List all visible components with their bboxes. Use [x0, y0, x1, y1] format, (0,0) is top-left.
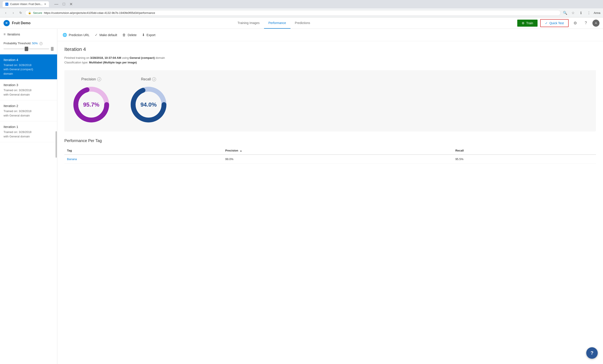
secure-icon: 🔒 — [28, 11, 31, 14]
settings-button[interactable]: ⚙ — [571, 19, 579, 27]
iteration-2-name: Iteration 2 — [3, 104, 54, 108]
make-default-button[interactable]: ✓ Make default — [95, 32, 117, 38]
info-icon[interactable]: ℹ — [578, 10, 584, 16]
sidebar-scrollbar[interactable] — [55, 29, 57, 364]
sidebar: ≡ Iterations Probability Threshold: 50% … — [0, 29, 57, 364]
bookmark-icon[interactable]: ☆ — [570, 10, 576, 16]
trash-icon: 🗑 — [122, 33, 126, 37]
tag-name-banana[interactable]: Banana — [64, 154, 223, 164]
training-date-suffix: using — [122, 56, 130, 59]
table-row: Banana 99.0% 95.5% — [64, 154, 596, 164]
probability-value: 50% — [32, 42, 38, 45]
sort-icon: ▲ — [240, 150, 242, 152]
precision-info-icon[interactable]: i — [97, 77, 101, 81]
iteration-4-sub: Trained on: 3/28/2018with General (compa… — [3, 63, 54, 76]
probability-slider[interactable] — [3, 48, 49, 49]
help-fab[interactable]: ? — [586, 347, 598, 359]
iteration-info: Finished training on 3/28/2018, 10:37:04… — [64, 56, 596, 65]
quick-test-button-label: Quick Test — [549, 21, 564, 25]
export-button[interactable]: ⬇ Export — [142, 32, 155, 38]
iteration-1-sub: Trained on: 3/28/2018with General domain — [3, 130, 54, 139]
content-area: 🌐 Prediction URL ✓ Make default 🗑 Delete… — [57, 29, 603, 364]
tag-header: Tag — [64, 147, 223, 154]
iteration-2-sub: Trained on: 3/28/2018with General domain — [3, 109, 54, 118]
sidebar-header: ≡ Iterations — [0, 29, 57, 40]
precision-text: Precision — [81, 77, 96, 81]
iteration-1-name: Iteration 1 — [3, 125, 54, 129]
quick-test-button[interactable]: ✓ Quick Test — [540, 19, 569, 27]
precision-card: Precision i 95.7% — [71, 77, 111, 124]
nav-predictions[interactable]: Predictions — [290, 18, 314, 29]
close-button[interactable]: ✕ — [68, 1, 74, 7]
iteration-3-sub: Trained on: 3/28/2018with General domain — [3, 88, 54, 97]
table-body: Banana 99.0% 95.5% — [64, 154, 596, 164]
train-button[interactable]: ⚙ Train — [517, 20, 538, 27]
iteration-4-name: Iteration 4 — [3, 58, 54, 62]
slider-thumb — [51, 47, 54, 51]
sidebar-item-iteration-4[interactable]: Iteration 4 Trained on: 3/28/2018with Ge… — [0, 54, 57, 80]
app-title: Fruit Demo — [12, 21, 30, 25]
training-domain-suffix: domain — [156, 56, 165, 59]
forward-button[interactable]: › — [10, 10, 16, 16]
recall-text: Recall — [141, 77, 151, 81]
content-toolbar: 🌐 Prediction URL ✓ Make default 🗑 Delete… — [57, 29, 603, 41]
browser-tab[interactable]: CV Custom Vision: Fruit Dem... ✕ — [3, 1, 49, 7]
tab-title: Custom Vision: Fruit Dem... — [10, 3, 42, 6]
export-icon: ⬇ — [142, 33, 145, 37]
app-header: 👁 Fruit Demo Training Images Performance… — [0, 17, 603, 29]
menu-icon[interactable]: ⋮ — [586, 10, 592, 16]
url-text[interactable]: https://customvision.ai/projects/ec4105d… — [44, 11, 557, 14]
delete-button[interactable]: 🗑 Delete — [122, 32, 136, 38]
iterations-icon: ≡ — [3, 32, 6, 36]
reload-button[interactable]: ↻ — [18, 10, 24, 16]
gear-icon: ⚙ — [522, 21, 524, 25]
back-button[interactable]: ‹ — [3, 10, 9, 16]
recall-info-icon[interactable]: i — [152, 77, 156, 81]
precision-donut: 95.7% — [71, 85, 111, 124]
recall-value: 94.0% — [140, 101, 157, 108]
search-icon[interactable]: 🔍 — [562, 10, 568, 16]
logo-icon: 👁 — [5, 21, 8, 25]
sidebar-item-iteration-3[interactable]: Iteration 3 Trained on: 3/28/2018with Ge… — [0, 79, 57, 100]
check-icon: ✓ — [95, 33, 98, 37]
close-tab-button[interactable]: ✕ — [44, 3, 46, 6]
help-fab-icon: ? — [591, 350, 593, 356]
nav-links: Training Images Performance Predictions — [30, 18, 517, 29]
user-name-label: Anna — [594, 11, 600, 14]
sidebar-item-iteration-2[interactable]: Iteration 2 Trained on: 3/28/2018with Ge… — [0, 100, 57, 121]
recall-card: Recall i 94.0% — [129, 77, 168, 124]
recall-header: Recall — [453, 147, 596, 154]
nav-training-images[interactable]: Training Images — [233, 18, 264, 29]
minimize-button[interactable]: — — [52, 1, 60, 7]
secure-label: Secure — [33, 11, 42, 14]
probability-section: Probability Threshold: 50% i — [0, 40, 57, 54]
prediction-url-label: Prediction URL — [69, 33, 90, 37]
training-date-prefix: Finished training on — [64, 56, 90, 59]
banana-recall: 95.5% — [453, 154, 596, 164]
per-tag-title: Performance Per Tag — [64, 139, 596, 143]
sidebar-title: Iterations — [7, 33, 20, 36]
banana-precision: 99.0% — [223, 154, 453, 164]
recall-donut: 94.0% — [129, 85, 168, 124]
maximize-button[interactable]: □ — [61, 1, 67, 7]
avatar[interactable]: A — [592, 20, 600, 27]
recall-label: Recall i — [141, 77, 156, 81]
prediction-url-button[interactable]: 🌐 Prediction URL — [63, 32, 90, 38]
iteration-title: Iteration 4 — [64, 46, 596, 52]
training-date: 3/28/2018, 10:37:04 AM — [90, 56, 121, 59]
tab-favicon: CV — [5, 3, 8, 6]
app-logo: 👁 — [3, 20, 10, 26]
scrollbar-thumb — [56, 131, 57, 158]
precision-label: Precision i — [81, 77, 101, 81]
nav-performance[interactable]: Performance — [264, 18, 290, 29]
probability-info-icon: i — [39, 42, 43, 45]
help-button[interactable]: ? — [582, 19, 590, 27]
train-button-label: Train — [526, 21, 533, 25]
table-header: Tag Precision ▲ Recall — [64, 147, 596, 154]
iteration-3-name: Iteration 3 — [3, 83, 54, 87]
address-bar[interactable]: 🔒 Secure https://customvision.ai/project… — [25, 10, 561, 16]
precision-header[interactable]: Precision ▲ — [223, 147, 453, 154]
globe-icon: 🌐 — [63, 33, 67, 37]
sidebar-item-iteration-1[interactable]: Iteration 1 Trained on: 3/28/2018with Ge… — [0, 121, 57, 142]
tag-table: Tag Precision ▲ Recall Banana 99.0% 95.5… — [64, 147, 596, 164]
